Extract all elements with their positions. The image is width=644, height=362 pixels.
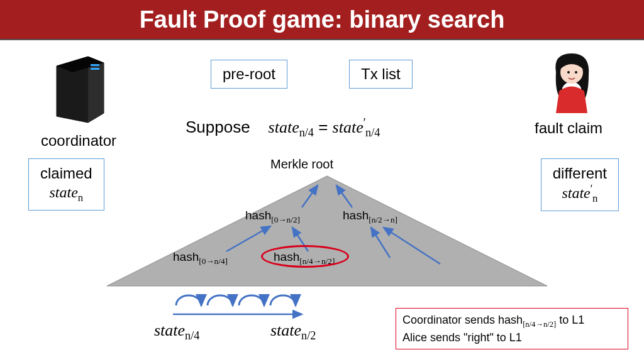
hash-0-n2: hash[0→n/2] [245,209,300,225]
svg-marker-9 [107,176,547,286]
state-transition-arcs [170,288,314,319]
title-bar: Fault Proof game: binary search [0,0,644,40]
faultclaim-label: fault claim [525,119,613,137]
svg-rect-4 [91,64,99,66]
person-icon [543,50,600,113]
highlight-ellipse [261,245,349,268]
coordinator-label: coordinator [35,132,123,150]
server-icon [44,50,113,126]
action-line2: Alice sends "right" to L1 [402,330,621,345]
hash-0-n4: hash[0→n/4] [173,250,228,266]
svg-point-7 [567,71,570,74]
state-n4-label: staten/4 [154,321,199,343]
action-line1: Coordinator sends hash[n/4→n/2] to L1 [402,312,621,330]
suppose-word: Suppose [186,118,250,136]
action-box: Coordinator sends hash[n/4→n/2] to L1 Al… [396,308,628,349]
slide-title: Fault Proof game: binary search [140,6,505,33]
hash-n2-n: hash[n/2→n] [343,209,397,225]
suppose-equation: Suppose staten/4 = state′n/4 [186,116,500,140]
svg-rect-5 [91,68,99,70]
merkle-triangle: hash[0→n/2] hash[n/2→n] hash[0→n/4] hash… [101,170,553,289]
svg-point-8 [575,71,577,74]
preroot-box: pre-root [211,60,287,89]
txlist-box: Tx list [349,60,413,89]
claimed-box: claimed staten [28,158,104,211]
state-n2-label: staten/2 [270,321,316,343]
